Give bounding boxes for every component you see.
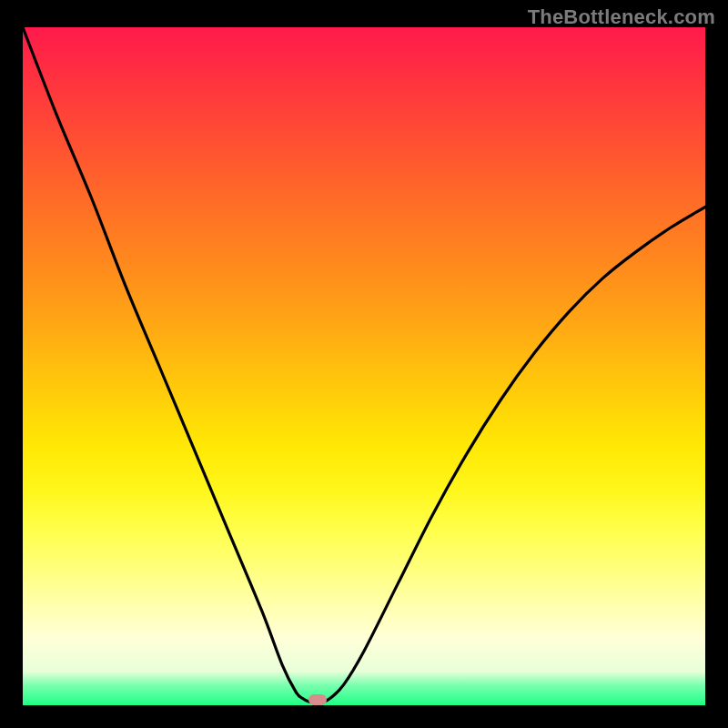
bottleneck-curve bbox=[23, 27, 705, 705]
chart-frame: TheBottleneck.com bbox=[0, 0, 728, 728]
watermark-text: TheBottleneck.com bbox=[528, 5, 715, 29]
plot-area bbox=[23, 27, 705, 705]
optimal-point-marker bbox=[308, 694, 327, 705]
